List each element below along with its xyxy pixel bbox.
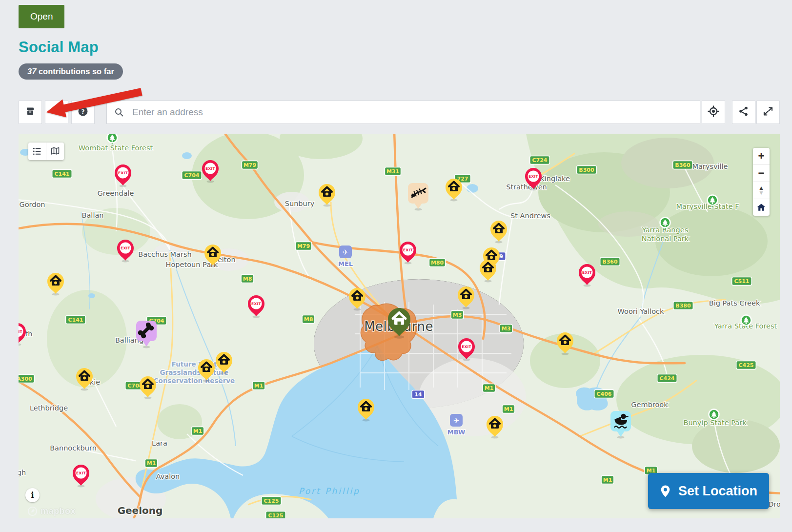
contributions-count: 37 [27,67,36,76]
map-label: Lethbridge [30,404,68,412]
page-content: Open Social Map 37 contributions so far … [19,0,780,518]
help-button[interactable]: ? [71,101,95,124]
svg-text:9: 9 [499,253,503,260]
svg-text:MEL: MEL [338,260,353,267]
svg-text:M1: M1 [193,428,203,434]
map-label: Bacchus Marsh [138,250,191,258]
airport-marker: ✈MEL [338,246,353,267]
address-search [106,101,700,124]
svg-text:EXIT: EXIT [19,329,23,334]
road-shield: B360 [600,258,620,266]
map-label: Greendale [98,189,134,197]
road-shield: M1 [191,427,204,435]
svg-text:B300: B300 [579,167,594,173]
svg-text:M80: M80 [431,260,444,266]
location-pin-icon [660,485,671,498]
mapbox-attribution[interactable]: mapbox [27,506,76,516]
road-shield: M8 [302,315,315,324]
road-shield: M79 [242,161,258,169]
svg-text:C425: C425 [738,362,753,368]
home-button[interactable] [753,199,770,216]
map-label: Avalon [156,472,180,480]
zoom-out-button[interactable]: − [753,165,770,182]
svg-text:M79: M79 [244,162,256,168]
help-icon: ? [77,105,89,119]
svg-text:M31: M31 [386,168,399,175]
svg-text:M8: M8 [243,276,252,282]
list-icon [32,146,42,156]
fullscreen-button[interactable] [756,101,780,124]
svg-text:B360: B360 [675,162,690,168]
svg-text:M1: M1 [147,460,156,467]
contributions-text: contributions so far [36,67,114,76]
road-shield: C125 [266,512,286,519]
svg-text:EXIT: EXIT [121,246,131,250]
svg-text:C406: C406 [596,391,611,397]
zoom-in-button[interactable]: + [753,148,770,165]
road-shield: M1 [601,476,614,484]
map-label: Lara [152,439,167,447]
map-label: Wombat State Forest [79,144,153,152]
share-icon [738,105,750,119]
svg-text:C125: C125 [264,498,279,504]
list-view-button[interactable] [28,143,46,160]
road-shield: M80 [429,259,445,267]
saved-locations-button[interactable] [19,101,42,124]
road-shield: M1 [145,459,158,468]
svg-text:M8: M8 [304,316,313,323]
set-location-button[interactable]: Set Location [648,473,769,509]
road-shield: M79 [295,242,311,250]
locate-button[interactable] [702,101,725,124]
map-label: Strathewen [506,183,547,191]
map-canvas[interactable]: C141C704M79M31727C724B300B360M80M8M8M79C… [19,134,780,518]
road-shield: M1 [252,382,265,390]
status-chip-open: Open [19,5,64,28]
compass-down-icon: ▼ [758,190,764,195]
svg-text:B380: B380 [675,303,691,309]
compass-button[interactable]: ▲ ▼ [753,182,770,199]
road-shield: C724 [530,156,550,164]
svg-text:M79: M79 [297,243,310,249]
map-label: Marysville [692,163,728,170]
set-location-label: Set Location [678,484,757,499]
svg-text:EXIT: EXIT [76,471,86,475]
svg-text:14: 14 [414,391,422,398]
road-shield: M1 [483,384,495,392]
map-label: Bannockburn [50,444,97,452]
svg-text:M1: M1 [254,383,264,389]
map-label: St Andrews [510,212,550,220]
svg-text:C125: C125 [268,512,283,518]
svg-text:M3: M3 [453,312,462,318]
road-shield: C425 [736,361,756,369]
svg-text:?: ? [81,108,84,115]
svg-text:M1: M1 [485,385,494,391]
road-shield: M3 [451,311,464,319]
road-shield: C125 [262,497,282,505]
road-shield: C511 [732,277,752,286]
page-title: Social Map [19,39,780,56]
svg-text:M1: M1 [504,406,513,412]
svg-text:M1: M1 [603,477,612,483]
road-shield: C406 [594,390,614,398]
map-label: Big Pats Creek [709,299,760,307]
map-view-button[interactable] [46,143,64,160]
map-label: Marysville State F [676,203,739,210]
map-label: Woori Yallock [618,307,664,315]
map-label: Dro [768,500,780,508]
map-label: Sunbury [285,200,315,207]
map-label: Conservation Reserve [154,377,235,385]
archive-icon [24,105,36,119]
toolbar-button-2[interactable] [45,101,68,124]
locate-icon [707,105,720,120]
map-icon [50,146,60,156]
share-button[interactable] [732,101,755,124]
home-icon [756,203,766,212]
svg-text:EXIT: EXIT [205,166,216,171]
svg-text:A300: A300 [19,376,32,382]
search-input[interactable] [131,106,693,118]
svg-text:M3: M3 [502,326,511,332]
map-label: Geelong [118,505,163,516]
svg-text:EXIT: EXIT [528,174,539,179]
info-button[interactable]: i [25,488,40,502]
map-label: Gordon [19,201,45,208]
